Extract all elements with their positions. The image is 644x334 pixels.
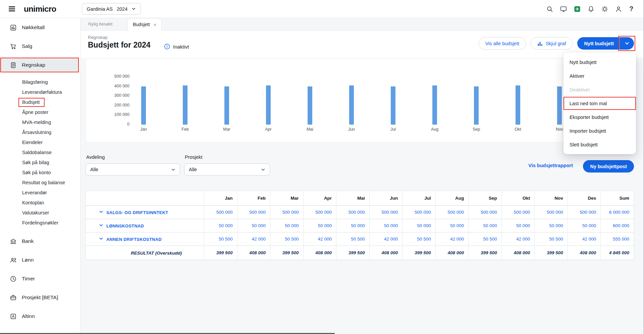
budget-cell[interactable]: 42 000 (369, 232, 402, 246)
sidebar-item-label: Lønn (22, 257, 34, 263)
budget-cell[interactable]: 500 000 (336, 206, 370, 219)
budget-cell[interactable]: 50 000 (237, 219, 270, 232)
settings-icon[interactable] (601, 5, 608, 13)
sidebar-item-bilagsforing[interactable]: Bilagsføring (0, 77, 80, 87)
budget-cell[interactable]: 500 000 (204, 206, 237, 219)
budget-cell[interactable]: 50 500 (535, 232, 568, 246)
sidebar-item-altinn[interactable]: Altinn (0, 307, 80, 326)
help-icon[interactable]: ? (629, 5, 634, 13)
chevron-down-icon[interactable] (99, 223, 103, 227)
budget-cell[interactable]: 50 500 (204, 232, 237, 246)
chevron-down-icon[interactable] (99, 210, 103, 214)
sidebar-item-sok-pa-bilag[interactable]: Søk på bilag (0, 157, 80, 168)
budget-cell[interactable]: 50 000 (402, 219, 436, 232)
sidebar-item-nokkeltall[interactable]: Nøkkeltall (0, 18, 80, 37)
sidebar-item-budsjett[interactable]: Budsjett (0, 97, 80, 107)
company-selector[interactable]: Gardinia AS 2024 (82, 3, 141, 15)
budget-cell[interactable]: 50 500 (469, 232, 502, 246)
sidebar-item-apne-poster[interactable]: Åpne poster (0, 107, 80, 117)
marketplace-icon[interactable] (560, 5, 567, 13)
budget-cell[interactable]: 42 000 (237, 232, 270, 246)
budget-cell[interactable]: 500 000 (435, 206, 469, 219)
budget-cell[interactable]: 500 000 (501, 206, 535, 219)
view-all-budgets-button[interactable]: Vis alle budsjett (479, 37, 526, 50)
department-select[interactable]: Alle (86, 163, 180, 176)
sidebar-item-arsavslutning[interactable]: Årsavslutning (0, 127, 80, 137)
close-icon[interactable]: × (154, 22, 157, 27)
budget-cell[interactable]: 50 500 (402, 232, 436, 246)
sidebar-item-leverandorfaktura[interactable]: Leverandørfaktura (0, 87, 80, 97)
sidebar-item-eiendeler[interactable]: Eiendeler (0, 137, 80, 147)
sidebar-item-resultat-og-balanse[interactable]: Resultat og balanse (0, 178, 80, 188)
budget-cell[interactable]: 50 000 (204, 219, 237, 232)
budget-cell[interactable]: 6 000 000 (601, 206, 634, 219)
sidebar-item-saldobalanse[interactable]: Saldobalanse (0, 147, 80, 157)
sidebar-item-sok-pa-konto[interactable]: Søk på konto (0, 168, 80, 178)
budget-cell[interactable]: 500 000 (535, 206, 568, 219)
sidebar-item-lonn[interactable]: Lønn (0, 251, 80, 269)
tab-budsjett[interactable]: Budsjett × (127, 18, 162, 30)
budget-cell[interactable]: 50 000 (270, 219, 304, 232)
budget-report-link[interactable]: Vis budsjettrapport (528, 163, 573, 168)
sidebar-item-mva-melding[interactable]: MVA-melding (0, 117, 80, 127)
budget-cell[interactable]: 50 000 (303, 219, 336, 232)
budget-cell[interactable]: 50 000 (336, 219, 370, 232)
hide-graph-button[interactable]: Skjul graf (531, 37, 573, 50)
budget-cell[interactable]: 42 000 (435, 232, 469, 246)
budget-cell[interactable]: 50 000 (435, 219, 469, 232)
x-axis-label: Mai (297, 127, 323, 132)
budget-cell[interactable]: 500 000 (303, 206, 336, 219)
menu-item-last-ned-tom-mal[interactable]: Last ned tom mal (564, 96, 636, 110)
menu-item-eksporter-budsjett[interactable]: Eksporter budsjett (564, 110, 636, 124)
budget-cell[interactable]: 500 000 (369, 206, 402, 219)
budget-cell[interactable]: 42 000 (501, 232, 535, 246)
user-icon[interactable] (615, 5, 622, 13)
project-select[interactable]: Alle (184, 163, 270, 176)
sidebar-item-fordelingsnokler[interactable]: Fordelingsnøkler (0, 218, 80, 228)
sidebar-item-regnskap[interactable]: Regnskap (0, 56, 80, 74)
budget-cell[interactable]: 50 000 (501, 219, 535, 232)
new-budget-dropdown-button[interactable] (620, 37, 634, 50)
sidebar-item-leverandor[interactable]: Leverandør (0, 188, 80, 198)
table-header-nov: Nov (535, 191, 568, 206)
budget-cell[interactable]: 50 000 (469, 219, 502, 232)
budget-cell: 408 000 (303, 246, 336, 260)
sidebar-item-salg[interactable]: Salg (0, 37, 80, 56)
row-label[interactable]: LØNNSKOSTNAD (106, 223, 144, 228)
new-budget-post-button[interactable]: Ny budsjettpost (583, 160, 634, 173)
budget-cell[interactable]: 50 000 (568, 219, 601, 232)
menu-item-slett-budsjett[interactable]: Slett budsjett (564, 138, 636, 151)
table-header-label (86, 191, 204, 206)
menu-item-nytt-budsjett[interactable]: Nytt budsjett (564, 55, 636, 69)
row-label[interactable]: ANNEN DRIFTSKOSTNAD (106, 237, 162, 242)
menu-icon[interactable] (9, 5, 15, 13)
budget-cell[interactable]: 500 000 (270, 206, 304, 219)
x-axis-label: Jun (338, 127, 365, 132)
sidebar-item-timer[interactable]: Timer (0, 269, 80, 288)
search-icon[interactable] (546, 5, 553, 13)
budget-cell[interactable]: 42 000 (303, 232, 336, 246)
budget-cell[interactable]: 555 000 (601, 232, 634, 246)
budget-cell[interactable]: 500 000 (237, 206, 270, 219)
notifications-icon[interactable] (587, 5, 595, 13)
budget-cell[interactable]: 500 000 (469, 206, 502, 219)
create-new-icon[interactable] (574, 5, 581, 13)
budget-cell[interactable]: 50 000 (535, 219, 568, 232)
menu-item-aktiver[interactable]: Aktiver (564, 69, 636, 83)
x-axis-label: Apr (255, 127, 282, 132)
chevron-down-icon[interactable] (99, 237, 103, 241)
sidebar-item-kontoplan[interactable]: Kontoplan (0, 198, 80, 208)
menu-item-importer-budsjett[interactable]: Importer budsjett (564, 124, 636, 138)
budget-cell[interactable]: 500 000 (568, 206, 601, 219)
sidebar-item-valutakurser[interactable]: Valutakurser (0, 208, 80, 218)
budget-cell[interactable]: 500 000 (402, 206, 436, 219)
sidebar-item-bank[interactable]: Bank (0, 232, 80, 251)
sidebar-item-prosjekt-beta[interactable]: Prosjekt [BETA] (0, 288, 80, 307)
new-budget-button[interactable]: Nytt budsjett (577, 37, 620, 50)
budget-cell[interactable]: 600 000 (601, 219, 634, 232)
budget-cell[interactable]: 50 500 (336, 232, 370, 246)
budget-cell[interactable]: 42 000 (568, 232, 601, 246)
budget-cell[interactable]: 50 500 (270, 232, 304, 246)
row-label[interactable]: SALGS- OG DRIFTSINNTEKT (106, 210, 168, 215)
budget-cell[interactable]: 50 000 (369, 219, 402, 232)
